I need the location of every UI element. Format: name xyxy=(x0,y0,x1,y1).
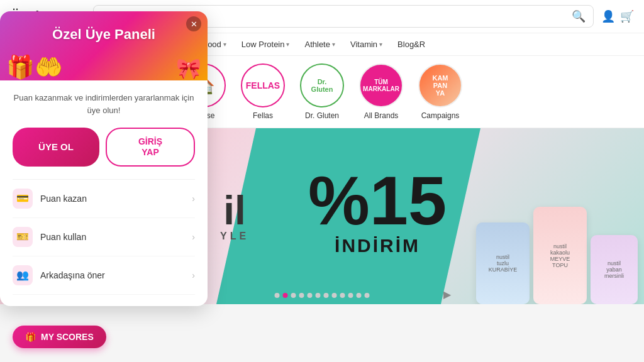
dot-9[interactable] xyxy=(348,293,353,298)
dot-3[interactable] xyxy=(299,293,304,298)
chevron-down-icon: ▾ xyxy=(379,41,382,48)
use-label: Puan kullan xyxy=(40,232,184,242)
brand-circle-fellas: FELLAS xyxy=(241,63,285,107)
arrow-right-icon: › xyxy=(192,232,195,242)
menu-item-earn[interactable]: 💳 Puan kazan › xyxy=(13,180,195,218)
hero-products: nustiltuzluKURABİYE nustilkakaoluMEYVETO… xyxy=(476,207,638,304)
brand-circle-drgluten: Dr.Gluten xyxy=(300,63,344,107)
my-scores-button[interactable]: 🎁 MY SCORES xyxy=(13,326,106,348)
panel-description: Puan kazanmak ve indirimlerden yararlanm… xyxy=(13,92,195,116)
hero-brand-text: il xyxy=(220,190,249,231)
product-box-3: nustilyabanmersinli xyxy=(591,235,638,304)
brand-item-fellas[interactable]: FELLAS Fellas xyxy=(241,63,285,120)
brand-circle-campaigns: KAMPANYA xyxy=(418,63,462,107)
menu-item-refer[interactable]: 👥 Arkadaşına öner › xyxy=(13,256,195,295)
header-icons: 👤 🛒 xyxy=(601,9,634,23)
hero-brand-sub: YLE xyxy=(220,231,249,242)
chevron-down-icon: ▾ xyxy=(223,41,226,48)
hero-dots xyxy=(275,293,370,298)
refer-icon: 👥 xyxy=(13,265,33,285)
dot-6[interactable] xyxy=(324,293,329,298)
use-icon: 🎫 xyxy=(13,227,33,247)
login-line2: YAP xyxy=(142,147,159,157)
dot-8[interactable] xyxy=(340,293,345,298)
dot-1[interactable] xyxy=(283,293,288,298)
arrow-right-icon: › xyxy=(192,194,195,204)
login-button[interactable]: GİRİŞ YAP xyxy=(106,128,195,167)
product-box-1: nustiltuzluKURABİYE xyxy=(476,222,530,304)
dot-4[interactable] xyxy=(308,293,313,298)
menu-item-use[interactable]: 🎫 Puan kullan › xyxy=(13,218,195,256)
brand-item-drgluten[interactable]: Dr.Gluten Dr. Gluten xyxy=(300,63,344,120)
chevron-down-icon: ▾ xyxy=(286,41,289,48)
hand-illustration: 🎀 xyxy=(176,57,201,80)
hero-percent: %15 xyxy=(308,166,447,235)
arrow-right-icon: › xyxy=(192,270,195,280)
panel-header: 🎁🤲 Özel Üye Paneli 🎀 ✕ xyxy=(0,11,208,80)
product-box-2: nustilkakaoluMEYVETOPU xyxy=(533,207,587,304)
brand-circle-allbrands: TÜMMARKALAR xyxy=(359,63,403,107)
brand-item-campaigns[interactable]: KAMPANYA Campaigns xyxy=(418,63,462,120)
brand-label-campaigns: Campaigns xyxy=(421,111,460,120)
panel-body: Puan kazanmak ve indirimlerden yararlanm… xyxy=(0,80,208,306)
user-icon-button[interactable]: 👤 xyxy=(601,9,615,23)
refer-label: Arkadaşına öner xyxy=(40,270,184,280)
brand-item-allbrands[interactable]: TÜMMARKALAR All Brands xyxy=(359,63,403,120)
dot-7[interactable] xyxy=(332,293,337,298)
earn-icon: 💳 xyxy=(13,189,33,209)
panel-buttons: ÜYE OL GİRİŞ YAP xyxy=(13,128,195,167)
register-button[interactable]: ÜYE OL xyxy=(13,128,99,167)
brand-label-drgluten: Dr. Gluten xyxy=(305,111,339,120)
panel-menu: 💳 Puan kazan › 🎫 Puan kullan › 👥 Arkadaş… xyxy=(13,179,195,295)
nav-item-vitamin[interactable]: Vitamin ▾ xyxy=(344,33,389,55)
earn-label: Puan kazan xyxy=(40,194,184,204)
panel-card: 🎁🤲 Özel Üye Paneli 🎀 ✕ Puan kazanmak ve … xyxy=(0,11,208,306)
gift-icon: 🎁 xyxy=(25,332,36,342)
hero-discount: %15 İNDİRİM xyxy=(308,166,447,256)
chevron-down-icon: ▾ xyxy=(332,41,335,48)
gift-illustration: 🎁🤲 xyxy=(6,54,63,80)
close-button[interactable]: ✕ xyxy=(186,16,201,31)
modal-overlay: 🎁🤲 Özel Üye Paneli 🎀 ✕ Puan kazanmak ve … xyxy=(0,0,214,339)
my-scores-label: MY SCORES xyxy=(41,332,94,342)
brand-label-fellas: Fellas xyxy=(253,111,273,120)
dot-0[interactable] xyxy=(275,293,280,298)
dot-11[interactable] xyxy=(365,293,370,298)
login-line1: GİRİŞ xyxy=(138,136,162,146)
nav-item-low-protein[interactable]: Low Protein ▾ xyxy=(235,33,296,55)
nav-item-athlete[interactable]: Athlete ▾ xyxy=(298,33,341,55)
dot-2[interactable] xyxy=(291,293,296,298)
cart-icon-button[interactable]: 🛒 xyxy=(620,9,634,23)
hero-next-button[interactable]: ▶ xyxy=(443,288,451,300)
dot-10[interactable] xyxy=(357,293,362,298)
nav-item-blog[interactable]: Blog&R xyxy=(391,33,431,55)
hero-brand: il YLE xyxy=(220,190,249,242)
search-button[interactable]: 🔍 xyxy=(572,9,586,23)
brand-label-allbrands: All Brands xyxy=(364,111,399,120)
dot-5[interactable] xyxy=(316,293,321,298)
panel-title: Özel Üye Paneli xyxy=(52,26,155,43)
